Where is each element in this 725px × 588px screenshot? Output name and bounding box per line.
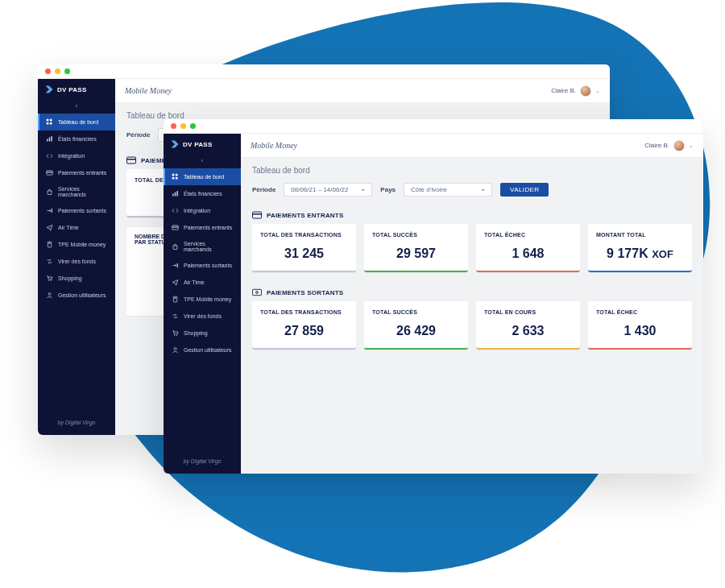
sidebar-item-stats[interactable]: États financiers [38, 130, 115, 147]
svg-rect-11 [48, 242, 50, 244]
stat-card-value: 26 429 [372, 324, 460, 338]
sidebar-item-user[interactable]: Gestion utilisateurs [38, 287, 115, 304]
user-name: Claire B. [644, 142, 669, 149]
traffic-max-icon[interactable] [190, 123, 196, 129]
sidebar-item-cart[interactable]: Shopping [164, 325, 241, 342]
sidebar-item-card[interactable]: Paiements entrants [164, 219, 241, 236]
svg-rect-6 [51, 136, 52, 141]
traffic-min-icon[interactable] [55, 68, 60, 74]
sidebar-item-label: Shopping [58, 275, 82, 281]
stat-card: MONTANT TOTAL9 177K XOF [588, 224, 692, 272]
stat-card: TOTAL DES TRANSACTIONS31 245 [252, 224, 356, 272]
outgoing-cards: TOTAL DES TRANSACTIONS27 859TOTAL SUCCÈS… [252, 301, 692, 350]
sidebar-item-transfer[interactable]: Virer des fonds [38, 253, 115, 270]
sidebar-item-pos[interactable]: TPE Mobile money [38, 236, 115, 253]
svg-rect-8 [47, 172, 53, 172]
stat-card-value: 1 648 [484, 246, 572, 261]
svg-rect-25 [172, 226, 179, 227]
svg-rect-2 [47, 122, 49, 125]
traffic-min-icon[interactable] [180, 123, 186, 129]
svg-rect-17 [172, 174, 175, 176]
svg-rect-4 [47, 139, 48, 142]
stat-card: TOTAL DES TRANSACTIONS27 859 [252, 301, 356, 350]
brand-logo-icon [170, 139, 180, 149]
svg-rect-18 [176, 174, 178, 176]
sidebar-item-user[interactable]: Gestion utilisateurs [164, 342, 241, 358]
svg-rect-27 [173, 296, 177, 302]
sidebar-item-label: Gestion utilisateurs [184, 347, 232, 353]
transfer-icon [172, 313, 179, 320]
svg-rect-3 [50, 122, 52, 125]
sidebar-item-grid[interactable]: Tableau de bord [38, 114, 115, 130]
nav-list: Tableau de bordÉtats financiersIntégrati… [38, 114, 115, 304]
sidebar-collapse-button[interactable]: ‹ [38, 100, 115, 114]
chevron-down-icon: ⌄ [595, 88, 600, 94]
sidebar-item-label: Services marchands [58, 186, 109, 197]
stat-card-value: 2 633 [484, 324, 572, 338]
svg-point-13 [51, 280, 52, 281]
stat-card-label: TOTAL DES TRANSACTIONS [260, 232, 348, 238]
section-incoming-title: PAIEMENTS ENTRANTS [267, 212, 343, 219]
svg-point-14 [48, 293, 51, 296]
sidebar-item-card[interactable]: Paiements entrants [38, 164, 115, 181]
sidebar-item-send[interactable]: Air Time [38, 219, 115, 236]
sidebar-item-grid[interactable]: Tableau de bord [164, 168, 241, 185]
sidebar-item-label: Intégration [58, 153, 85, 159]
out-icon [46, 207, 53, 214]
sidebar-item-send[interactable]: Air Time [164, 274, 241, 291]
sidebar-item-out[interactable]: Paiements sortants [38, 202, 115, 219]
sidebar-item-bag[interactable]: Services marchands [164, 236, 241, 257]
sidebar-item-label: Paiements sortants [58, 208, 106, 213]
sidebar-item-stats[interactable]: États financiers [164, 185, 241, 202]
svg-rect-32 [253, 212, 262, 218]
avatar [580, 85, 591, 97]
stat-card: TOTAL ÉCHEC1 430 [588, 301, 692, 350]
sidebar-item-code[interactable]: Intégration [164, 202, 241, 219]
stat-card-label: MONTANT TOTAL [596, 232, 684, 238]
card-icon [172, 224, 179, 231]
stat-card: TOTAL EN COURS2 633 [476, 301, 580, 350]
user-box[interactable]: Claire B. ⌄ [551, 85, 600, 97]
user-icon [172, 346, 179, 354]
sidebar-item-label: Paiements sortants [184, 263, 232, 268]
sidebar-item-out[interactable]: Paiements sortants [164, 257, 241, 274]
sidebar-item-label: Services marchands [184, 241, 234, 252]
svg-rect-21 [172, 194, 174, 197]
app-title: Mobile Money [251, 141, 297, 150]
svg-rect-10 [48, 242, 52, 247]
svg-rect-34 [252, 289, 261, 295]
traffic-close-icon[interactable] [171, 123, 176, 129]
brand-name: DV PASS [183, 141, 213, 148]
sidebar-item-label: Intégration [184, 208, 210, 213]
sidebar-item-cart[interactable]: Shopping [38, 270, 115, 287]
brand: DV PASS [38, 79, 115, 100]
sidebar-item-label: États financiers [184, 191, 222, 197]
window-front: DV PASS ‹ Tableau de bordÉtats financier… [164, 119, 703, 474]
country-select[interactable]: Côte d'Ivoire [404, 183, 492, 197]
bag-icon [172, 243, 179, 251]
cart-icon [46, 275, 53, 282]
user-box[interactable]: Claire B. ⌄ [644, 140, 694, 151]
page-title: Tableau de bord [241, 158, 703, 180]
traffic-close-icon[interactable] [45, 68, 51, 74]
stat-card: TOTAL SUCCÈS26 429 [364, 301, 468, 350]
sidebar-item-bag[interactable]: Services marchands [38, 181, 115, 202]
validate-button[interactable]: VALIDER [500, 183, 549, 197]
sidebar-collapse-button[interactable]: ‹ [164, 155, 241, 168]
sidebar-item-transfer[interactable]: Virer des fonds [164, 308, 241, 325]
window-titlebar [38, 64, 610, 79]
traffic-max-icon[interactable] [64, 68, 70, 74]
stat-card-value: 29 597 [372, 246, 460, 261]
incoming-cards: TOTAL DES TRANSACTIONS31 245TOTAL SUCCÈS… [252, 224, 692, 272]
section-incoming: PAIEMENTS ENTRANTS TOTAL DES TRANSACTION… [241, 205, 703, 282]
sidebar: DV PASS ‹ Tableau de bordÉtats financier… [164, 134, 241, 474]
period-select[interactable]: 08/06/21 – 14/06/22 [284, 183, 372, 197]
sidebar-item-label: Air Time [184, 280, 205, 285]
sidebar-item-label: Air Time [58, 225, 79, 230]
stat-card-label: TOTAL SUCCÈS [372, 309, 460, 315]
nav-list: Tableau de bordÉtats financiersIntégrati… [164, 168, 241, 358]
sidebar-item-pos[interactable]: TPE Mobile money [164, 291, 241, 308]
sidebar-item-code[interactable]: Intégration [38, 147, 115, 164]
svg-rect-5 [49, 138, 51, 142]
svg-point-31 [174, 348, 176, 350]
